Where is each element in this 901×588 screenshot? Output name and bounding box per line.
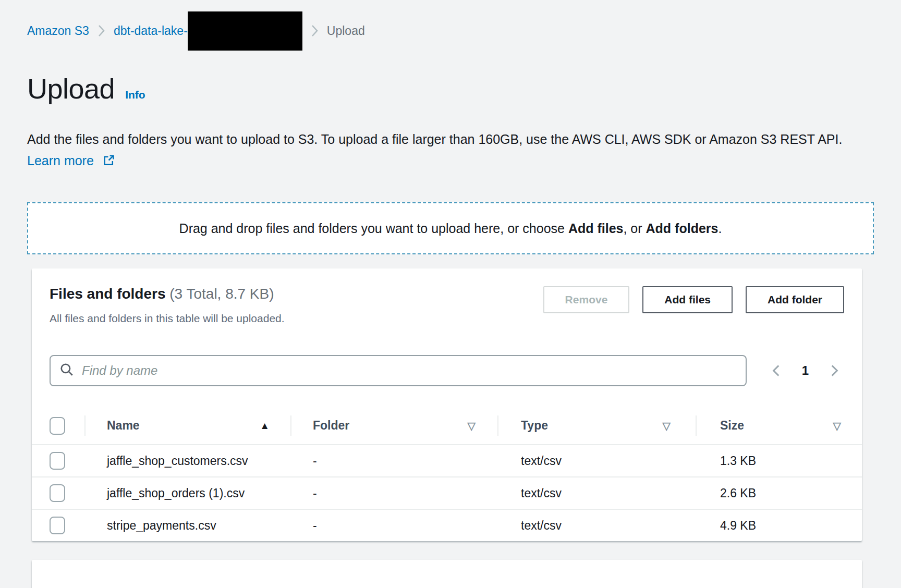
s3-upload-page: Amazon S3 dbt-data-lake- Upload Upload I…	[0, 11, 901, 588]
search-row: 1	[32, 325, 862, 386]
table-row: jaffle_shop_orders (1).csv - text/csv 2.…	[32, 477, 862, 510]
sortable-icon[interactable]: ▽	[833, 420, 841, 432]
column-header-name[interactable]: Name ▲	[84, 407, 290, 444]
add-files-button[interactable]: Add files	[642, 286, 733, 313]
card-header: Files and folders (3 Total, 8.7 KB) All …	[32, 268, 862, 325]
search-box[interactable]	[50, 355, 747, 386]
intro-text-body: Add the files and folders you want to up…	[27, 132, 842, 146]
column-header-folder[interactable]: Folder ▽	[290, 407, 497, 444]
panel-subtitle: All files and folders in this table will…	[50, 312, 285, 325]
search-input[interactable]	[82, 363, 737, 378]
page-title: Upload	[27, 72, 115, 105]
cell-type: text/csv	[497, 510, 696, 541]
action-buttons: Remove Add files Add folder	[543, 286, 844, 325]
cell-folder: -	[290, 445, 497, 476]
chevron-right-icon	[311, 24, 319, 38]
table-row: jaffle_shop_customers.csv - text/csv 1.3…	[32, 445, 862, 477]
panel-title: Files and folders	[50, 286, 166, 302]
add-folder-button[interactable]: Add folder	[746, 286, 844, 313]
card-header-text: Files and folders (3 Total, 8.7 KB) All …	[50, 284, 285, 325]
remove-button[interactable]: Remove	[543, 286, 630, 313]
select-all-cell	[32, 417, 84, 435]
chevron-right-icon	[98, 24, 105, 38]
pagination: 1	[770, 363, 844, 378]
page-header: Upload Info	[27, 72, 874, 105]
next-page-icon[interactable]	[827, 363, 841, 378]
cell-folder: -	[290, 477, 497, 509]
breadcrumb-upload: Upload	[327, 24, 365, 38]
cell-size: 1.3 KB	[696, 445, 862, 476]
panel-count: (3 Total, 8.7 KB)	[169, 286, 274, 302]
row-select-cell	[32, 517, 84, 534]
files-table: Name ▲ Folder ▽ Type ▽ Size ▽	[32, 407, 862, 541]
sortable-icon[interactable]: ▽	[468, 420, 476, 432]
intro-text: Add the files and folders you want to up…	[27, 129, 871, 173]
row-select-cell	[32, 484, 84, 502]
cell-type: text/csv	[497, 477, 696, 509]
table-row: stripe_payments.csv - text/csv 4.9 KB	[32, 510, 862, 541]
breadcrumb-bucket[interactable]: dbt-data-lake-	[114, 11, 302, 51]
row-checkbox[interactable]	[50, 517, 65, 534]
dropzone-add-files-label: Add files	[568, 221, 624, 236]
table-header-row: Name ▲ Folder ▽ Type ▽ Size ▽	[32, 407, 862, 445]
column-header-size[interactable]: Size ▽	[696, 407, 862, 444]
sortable-icon[interactable]: ▽	[663, 420, 671, 432]
learn-more-link[interactable]: Learn more	[27, 153, 94, 168]
previous-page-icon[interactable]	[770, 363, 783, 378]
breadcrumb: Amazon S3 dbt-data-lake- Upload	[27, 11, 874, 51]
column-header-type[interactable]: Type ▽	[497, 407, 696, 444]
cell-folder: -	[290, 510, 497, 541]
dropzone[interactable]: Drag and drop files and folders you want…	[27, 202, 874, 254]
sort-ascending-icon[interactable]: ▲	[260, 420, 270, 432]
dropzone-add-folders-label: Add folders	[646, 221, 719, 236]
breadcrumb-bucket-label[interactable]: dbt-data-lake-	[114, 24, 188, 38]
search-icon	[59, 362, 75, 379]
files-and-folders-card: Files and folders (3 Total, 8.7 KB) All …	[32, 268, 862, 541]
row-checkbox[interactable]	[50, 484, 65, 502]
info-link[interactable]: Info	[125, 89, 145, 101]
cell-size: 4.9 KB	[696, 510, 862, 541]
next-section-card	[32, 560, 862, 588]
current-page-number[interactable]: 1	[802, 363, 809, 378]
dropzone-message: Drag and drop files and folders you want…	[179, 221, 722, 236]
row-select-cell	[32, 452, 84, 470]
row-checkbox[interactable]	[50, 452, 65, 470]
cell-name: stripe_payments.csv	[84, 510, 290, 541]
redacted-bucket-name	[188, 11, 302, 51]
select-all-checkbox[interactable]	[50, 417, 65, 435]
cell-name: jaffle_shop_orders (1).csv	[84, 477, 290, 509]
breadcrumb-amazon-s3[interactable]: Amazon S3	[27, 24, 89, 38]
cell-name: jaffle_shop_customers.csv	[84, 445, 290, 476]
external-link-icon	[102, 152, 115, 173]
cell-type: text/csv	[497, 445, 696, 476]
cell-size: 2.6 KB	[696, 477, 862, 509]
